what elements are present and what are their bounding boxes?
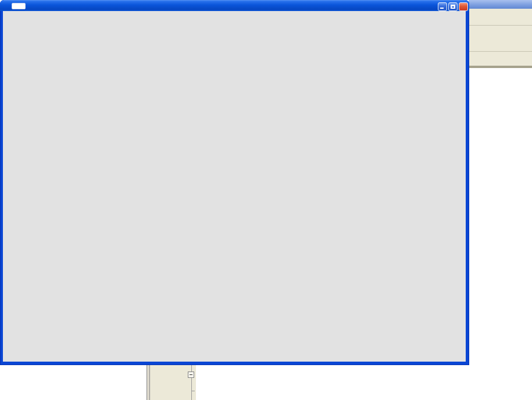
close-icon — [459, 3, 467, 10]
close-button[interactable] — [459, 2, 468, 11]
minimize-button[interactable] — [438, 2, 447, 11]
minus-icon — [190, 374, 192, 375]
fold-collapse-button[interactable] — [188, 372, 194, 378]
simulation-viewport[interactable] — [3, 11, 466, 362]
fold-margin-line — [191, 365, 192, 400]
screen: { "window": { "title": "Vegetation simul… — [0, 0, 532, 400]
code-editor-area[interactable] — [196, 365, 532, 400]
ide-titlebar[interactable] — [469, 0, 532, 9]
ide-toolbar — [469, 9, 532, 66]
vegetation-simulation-window — [0, 0, 469, 365]
toolbar-divider — [469, 51, 532, 52]
editor-gutter[interactable] — [150, 365, 196, 400]
maximize-button[interactable] — [448, 2, 458, 11]
ide-editor-right-strip[interactable] — [469, 68, 532, 400]
app-icon[interactable] — [12, 3, 26, 9]
window-titlebar[interactable] — [0, 0, 469, 11]
ide-left-panel — [0, 365, 147, 400]
toolbar-divider — [469, 25, 532, 26]
maximize-icon — [451, 5, 455, 9]
fold-tick — [191, 391, 195, 391]
simulation-client-area — [3, 11, 466, 362]
minimize-icon — [440, 8, 444, 9]
